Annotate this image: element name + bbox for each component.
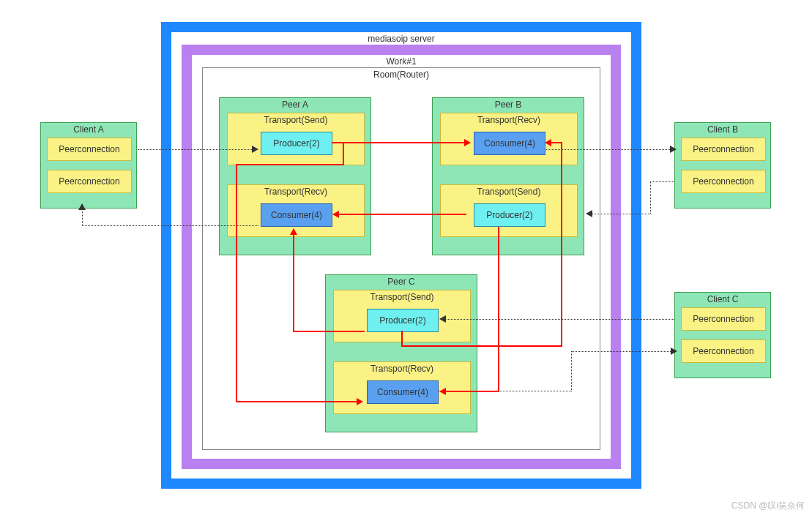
edge-clientB2-peerB-prod-h1 <box>650 181 674 182</box>
peer-c-transport-send: Transport(Send) Producer(2) <box>333 290 471 342</box>
node-label: Producer(2) <box>474 204 545 226</box>
pc-label: Peerconnection <box>682 308 765 330</box>
peer-c-label: Peer C <box>326 275 477 287</box>
peer-a-label: Peer A <box>220 98 370 110</box>
peer-a-transport-recv: Transport(Recv) Consumer(4) <box>227 184 365 237</box>
edge-peerA-cons-clientA2-v <box>82 209 83 226</box>
client-c-pc2: Peerconnection <box>681 339 766 363</box>
peer-c-box: Peer C Transport(Send) Producer(2) Trans… <box>325 274 477 432</box>
peer-b-producer: Producer(2) <box>474 203 545 227</box>
peer-c-transport-recv: Transport(Recv) Consumer(4) <box>333 361 471 414</box>
pc-label: Peerconnection <box>48 170 131 192</box>
node-label: Producer(2) <box>368 309 438 331</box>
client-c-label: Client C <box>675 293 770 304</box>
peer-c-consumer: Consumer(4) <box>367 380 439 404</box>
pc-label: Peerconnection <box>48 138 131 160</box>
peer-b-box: Peer B Transport(Recv) Consumer(4) Trans… <box>432 97 584 255</box>
node-label: Consumer(4) <box>261 204 332 226</box>
node-label: Producer(2) <box>261 132 332 154</box>
work-label: Work#1 <box>192 55 611 67</box>
node-label: Consumer(4) <box>368 381 438 403</box>
peer-c-producer: Producer(2) <box>367 309 439 332</box>
client-a-box: Client A Peerconnection Peerconnection <box>40 122 137 209</box>
peer-a-consumer: Consumer(4) <box>261 203 332 227</box>
watermark: CSDN @叹i笑奈何 <box>731 500 805 512</box>
transport-label: Transport(Recv) <box>334 362 470 374</box>
transport-label: Transport(Recv) <box>228 185 364 197</box>
client-b-pc1: Peerconnection <box>681 138 766 161</box>
transport-label: Transport(Send) <box>334 290 470 302</box>
pc-label: Peerconnection <box>682 170 765 192</box>
peer-b-transport-send: Transport(Send) Producer(2) <box>440 184 578 237</box>
edge-clientB2-peerB-prod-v <box>650 181 651 214</box>
peer-a-box: Peer A Transport(Send) Producer(2) Trans… <box>219 97 371 255</box>
peer-a-producer: Producer(2) <box>261 132 332 155</box>
server-label: mediasoip server <box>171 32 631 44</box>
peer-b-label: Peer B <box>433 98 584 110</box>
node-label: Consumer(4) <box>474 132 545 154</box>
client-b-box: Client B Peerconnection Peerconnection <box>674 122 771 209</box>
transport-label: Transport(Send) <box>228 113 364 125</box>
peer-b-consumer: Consumer(4) <box>474 132 545 155</box>
client-a-label: Client A <box>41 123 136 135</box>
transport-label: Transport(Send) <box>441 185 577 197</box>
peer-b-transport-recv: Transport(Recv) Consumer(4) <box>440 113 578 165</box>
client-a-pc1: Peerconnection <box>47 138 132 161</box>
room-label: Room(Router) <box>203 68 600 80</box>
transport-label: Transport(Recv) <box>441 113 577 125</box>
client-b-pc2: Peerconnection <box>681 170 766 193</box>
client-b-label: Client B <box>675 123 770 135</box>
client-c-box: Client C Peerconnection Peerconnection <box>674 292 771 378</box>
client-a-pc2: Peerconnection <box>47 170 132 193</box>
pc-label: Peerconnection <box>682 340 765 362</box>
client-c-pc1: Peerconnection <box>681 307 766 331</box>
peer-a-transport-send: Transport(Send) Producer(2) <box>227 113 365 165</box>
pc-label: Peerconnection <box>682 138 765 160</box>
